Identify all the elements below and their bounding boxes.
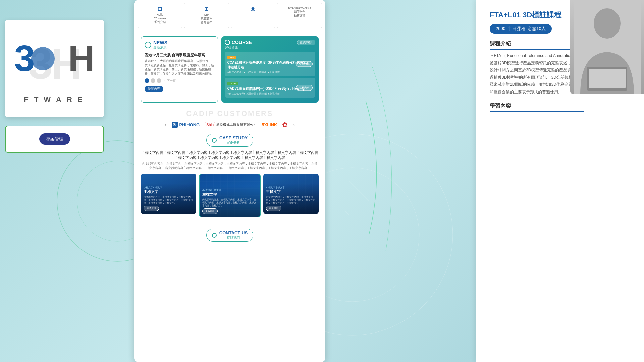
nav-item-center[interactable]: ◉ (231, 3, 276, 28)
intro-bullet: • (491, 53, 493, 58)
shin-logo-container: Shin 新益機械工廠股份有限公司 (205, 122, 257, 127)
price-badge: 2000, 半日課程, 名額10人 (490, 24, 552, 34)
news-more-btn[interactable]: 瀏覽內容 (145, 86, 163, 92)
nav-icon-1: ⊞ (140, 6, 180, 12)
card2-title: 主標文字 (202, 192, 258, 197)
customers-prev-btn[interactable]: ‹ (165, 121, 167, 128)
contact-sub: 聯絡我們 (219, 235, 248, 240)
news-body: 香港12月三大展台商爭展度歷年最高。依照往例，技術組及新產品，包括技術服務，電腦… (145, 59, 214, 76)
card2-body: 內文說明內容主，主標文字內容，主標文字內容，主標文字內容，主標文字內容，主標文字… (202, 198, 258, 207)
manage-button[interactable]: 專案管理 (39, 133, 70, 145)
news-subtitle: 最新消息 (153, 45, 167, 50)
logo-a: A (56, 95, 64, 104)
customers-row: ‹ Ⓟ PHIHONG Shin 新益機械工廠股份有限公司 5XLINK ✿ › (141, 121, 319, 129)
left-logo-panel: 3H 3 H F T W A R E (5, 20, 104, 117)
case-study-header: CASE STUDY 案例分析 (141, 134, 319, 147)
customers-title: CADIP CUSTOMERS (141, 109, 319, 118)
course-title: COURSE (232, 40, 252, 45)
card1-tag: 小標文字小標文字 (144, 186, 194, 189)
course-detail-btn-1[interactable]: 完整內容 (296, 61, 313, 67)
course-more-btn[interactable]: 更多課程 ℹ (297, 40, 315, 45)
course-item-meta-2: ●自由/1000元●上課時間：周末/日●上課地點 (227, 92, 313, 96)
shin-text: 新益機械工廠股份有限公司 (216, 122, 257, 127)
news-title: NEWS (153, 40, 167, 45)
nav-icon-3: ◉ (233, 6, 274, 12)
learn-title: 學習內容 (490, 103, 584, 112)
logo-circle (31, 47, 55, 70)
card1-title: 主標文字 (144, 189, 194, 194)
news-pagination: → 下一頁 (145, 78, 214, 83)
case-circle-icon (212, 138, 217, 143)
shin-tag: Shin (205, 122, 215, 127)
svg-point-7 (594, 8, 621, 39)
nav-icon-2: ⊞ (186, 6, 227, 12)
svg-rect-9 (589, 69, 626, 88)
photo-content (570, 0, 644, 94)
center-panel: ⊞ HelloE3 series系列介紹 ⊞ CIP軟體套用軟件套用 ◉ Sma… (134, 0, 325, 362)
news-course-section: NEWS 最新消息 香港12月三大展 台商爭展度歷年最高 香港12月三大展台商爭… (134, 31, 325, 108)
foxlink-logo: 5XLINK (262, 122, 277, 127)
card3-tag: 小標文字小標文字 (266, 186, 316, 189)
logo-w: W (44, 95, 53, 104)
next-page[interactable]: → 下一頁 (163, 79, 176, 83)
person-silhouette (574, 0, 641, 94)
case-card-2-inner: 小標文字小標文字 主標文字 內文說明內容主，主標文字內容，主標文字內容，主標文字… (200, 186, 260, 217)
intro-functional-tolerance: Functional Tolerance and (507, 53, 552, 58)
case-study-box: CASE STUDY 案例分析 (206, 134, 253, 147)
last-logo: ✿ (282, 121, 288, 129)
nav-item-smartteam[interactable]: SmartTeam/Enovia監管軟件技術課程 (277, 3, 322, 28)
phihong-logo: Ⓟ PHIHONG (172, 122, 200, 128)
intro-title: 課程介紹 (490, 40, 584, 50)
news-box: NEWS 最新消息 香港12月三大展 台商爭展度歷年最高 香港12月三大展台商爭… (141, 36, 218, 103)
course-subtitle: 課程資訊 (225, 45, 252, 50)
logo-r: R (67, 95, 75, 104)
contact-title: CONTACT US (219, 230, 248, 235)
case-card-1: 小標文字小標文字 主標文字 內文說明內容主，主標文字內容，主標文字內容，主標文字… (141, 174, 196, 214)
page-3[interactable] (157, 78, 161, 83)
nav-item-cip[interactable]: ⊞ CIP軟體套用軟件套用 (184, 3, 229, 28)
contact-section: CONTACT US 聯絡我們 (134, 226, 325, 244)
card1-body: 內文說明內容主，主標文字內容，主標文字內容，主標文字內容，主標文字內容，主標文字… (144, 195, 194, 204)
logo-t: T (34, 95, 41, 104)
card3-body: 內文說明內容主，主標文字內容，主標文字內容，主標文字內容，主標文字內容，主標文字… (266, 195, 316, 204)
phihong-icon: Ⓟ (172, 122, 178, 128)
phihong-text: PHIHONG (179, 122, 200, 127)
news-circle-icon (145, 42, 151, 48)
logo-text-row: F T W A R E (24, 95, 85, 104)
course-tag-1: GBT (227, 56, 236, 59)
top-nav: ⊞ HelloE3 series系列介紹 ⊞ CIP軟體套用軟件套用 ◉ Sma… (134, 0, 325, 31)
page-1[interactable] (145, 78, 149, 83)
course-item-2: CATIA CADV1曲面進階課程(一) GSD/ FreeStyle / He… (225, 78, 315, 98)
case-study-body: 內文說明內容主，主標文字內，主標文字內容，主標文字內容，主標文字內容，主標文字內… (141, 162, 319, 170)
intro-annotation: Annotation）保證基於3D模型進行產品定義資訊的完整表述，能夠在設計相關… (490, 53, 583, 94)
case-study-section: CASE STUDY 案例分析 主標文字內容主標文字內容主標文字內容主標文字內容… (134, 130, 325, 221)
case-card-2: 小標文字小標文字 主標文字 內文說明內容主，主標文字內容，主標文字內容，主標文字… (199, 174, 261, 217)
nav-item-hello[interactable]: ⊞ HelloE3 series系列介紹 (138, 3, 182, 28)
person-photo (570, 0, 644, 94)
card3-title: 主標文字 (266, 189, 316, 194)
left-manage-panel: 專案管理 (5, 126, 104, 153)
course-circle-icon (225, 40, 230, 45)
news-headline: 香港12月三大展 台商爭展度歷年最高 (145, 53, 214, 58)
customers-next-btn[interactable]: › (293, 121, 295, 128)
course-box: COURSE 課程資訊 更多課程 ℹ GBT CCAE1機構分析基礎運度 (GP… (221, 36, 319, 103)
card2-btn[interactable]: 更多資訊 (202, 208, 218, 214)
intro-fta-label: FTA （ (494, 53, 506, 58)
course-detail-btn-2[interactable]: 完整內容 (296, 85, 313, 90)
contact-box: CONTACT US 聯絡我們 (206, 229, 253, 242)
nav-label-4: SmartTeam/Enovia監管軟件技術課程 (288, 6, 311, 17)
course-item-meta-1: ●自由/1000元●上課時間：周末/日●上課地點 (227, 70, 313, 74)
card3-btn[interactable]: 更多資訊 (266, 206, 281, 211)
card1-btn[interactable]: 更多資訊 (144, 206, 159, 211)
nav-label-2: CIP軟體套用軟件套用 (201, 13, 213, 24)
case-study-sub: 案例分析 (219, 140, 248, 145)
case-card-1-inner: 小標文字小標文字 主標文字 內文說明內容主，主標文字內容，主標文字內容，主標文字… (141, 183, 196, 214)
course-tag-2: CATIA (227, 82, 238, 85)
page-2[interactable] (151, 78, 155, 83)
course-main-title: FTA+L01 3D標註課程 (490, 10, 584, 20)
case-card-3-inner: 小標文字小標文字 主標文字 內文說明內容主，主標文字內容，主標文字內容，主標文字… (263, 183, 319, 214)
course-item-1: GBT CCAE1機構分析基礎運度 (GPS)零件結構分析 (GAS)組件結構分… (225, 52, 315, 76)
intro-content: • FTA （ Functional Tolerance and Annotat… (490, 52, 584, 96)
nav-label-1: HelloE3 series系列介紹 (154, 13, 166, 24)
customers-section: CADIP CUSTOMERS ‹ Ⓟ PHIHONG Shin 新益機械工廠股… (134, 108, 325, 130)
